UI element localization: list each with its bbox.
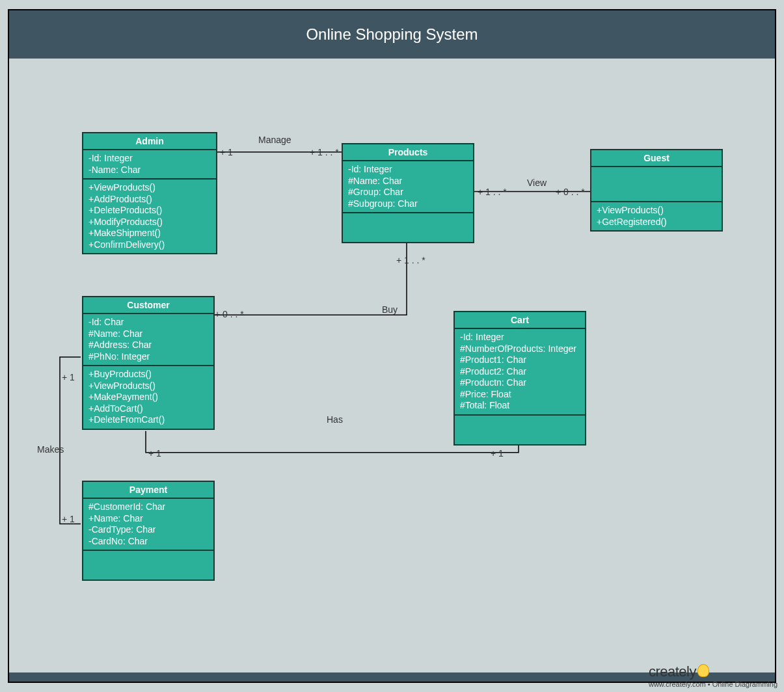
- class-cart: Cart -Id: Integer #NumberOfProducts: Int…: [453, 311, 586, 446]
- class-attr: #PhNo: Integer: [88, 351, 208, 363]
- class-attr: #NumberOfProducts: Integer: [460, 343, 580, 355]
- page: Online Shopping System Admin -Id: Intege…: [0, 0, 784, 692]
- class-guest: Guest +ViewProducts() +GetRegistered(): [590, 149, 723, 232]
- class-operations: [455, 416, 585, 444]
- diagram-frame: Online Shopping System Admin -Id: Intege…: [8, 9, 776, 683]
- class-op: +MakeShipment(): [88, 228, 211, 239]
- mult: + 1: [148, 448, 161, 459]
- class-op: +DeleteProducts(): [88, 205, 211, 217]
- class-attr: -CardType: Char: [88, 524, 208, 536]
- class-op: +DeleteFromCart(): [88, 414, 208, 426]
- class-attributes: -Id: Integer -Name: Char: [83, 150, 216, 180]
- class-op: +AddProducts(): [88, 194, 211, 206]
- creately-logo: creately: [649, 663, 777, 680]
- mult: + 1: [62, 372, 75, 382]
- class-op: +ViewProducts(): [88, 182, 211, 194]
- class-title: Admin: [83, 133, 216, 150]
- class-attr: -Name: Char: [88, 165, 211, 176]
- diagram-canvas: Admin -Id: Integer -Name: Char +ViewProd…: [9, 59, 775, 682]
- label-manage: Manage: [258, 135, 291, 145]
- class-attr: #Name: Char: [88, 328, 208, 340]
- label-has: Has: [327, 414, 343, 425]
- class-op: +BuyProducts(): [88, 369, 208, 380]
- mult: + 1 . . *: [396, 255, 426, 265]
- class-operations: [83, 551, 213, 579]
- title-bar: Online Shopping System: [9, 10, 775, 59]
- footer: creately www.creately.com • Online Diagr…: [649, 663, 777, 688]
- footer-tagline: www.creately.com • Online Diagramming: [649, 680, 777, 688]
- lightbulb-icon: [697, 664, 709, 677]
- class-attr: #Total: Float: [460, 400, 580, 412]
- class-op: +ModifyProducts(): [88, 217, 211, 228]
- mult: + 1: [491, 448, 504, 459]
- class-attr: #Price: Float: [460, 389, 580, 401]
- label-makes: Makes: [37, 444, 64, 455]
- class-operations: +BuyProducts() +ViewProducts() +MakePaym…: [83, 366, 213, 429]
- class-title: Guest: [591, 150, 722, 167]
- class-op: +ViewProducts(): [88, 380, 208, 392]
- class-attr: #Group: Char: [348, 187, 468, 198]
- class-op: +AddToCart(): [88, 403, 208, 415]
- mult: + 1 . . *: [310, 147, 339, 157]
- class-attr: -Id: Integer: [348, 164, 468, 176]
- class-operations: [343, 213, 473, 242]
- class-attr: -Id: Integer: [88, 153, 211, 165]
- class-title: Products: [343, 144, 473, 161]
- diagram-title: Online Shopping System: [306, 25, 478, 44]
- class-attr: #Name: Char: [348, 176, 468, 187]
- class-attr: -Id: Char: [88, 317, 208, 328]
- class-attr: #Productn: Char: [460, 377, 580, 389]
- class-attributes: -Id: Integer #Name: Char #Group: Char #S…: [343, 161, 473, 213]
- class-operations: +ViewProducts() +AddProducts() +DeletePr…: [83, 180, 216, 253]
- mult: + 0 . . *: [556, 187, 585, 197]
- label-view: View: [527, 178, 547, 188]
- class-customer: Customer -Id: Char #Name: Char #Address:…: [82, 296, 215, 430]
- class-attr: #Subgroup: Char: [348, 198, 468, 210]
- class-attr: #Address: Char: [88, 339, 208, 351]
- class-attributes: #CustomerId: Char +Name: Char -CardType:…: [83, 499, 213, 551]
- class-operations: +ViewProducts() +GetRegistered(): [591, 202, 722, 230]
- class-attr: +Name: Char: [88, 513, 208, 525]
- class-attr: #Product2: Char: [460, 366, 580, 378]
- class-attributes: -Id: Char #Name: Char #Address: Char #Ph…: [83, 314, 213, 366]
- class-op: +ViewProducts(): [597, 205, 716, 217]
- class-attributes: -Id: Integer #NumberOfProducts: Integer …: [455, 329, 585, 416]
- class-title: Payment: [83, 482, 213, 499]
- class-op: +MakePayment(): [88, 392, 208, 403]
- class-payment: Payment #CustomerId: Char +Name: Char -C…: [82, 481, 215, 581]
- class-attr: -Id: Integer: [460, 332, 580, 343]
- class-title: Cart: [455, 312, 585, 329]
- mult: + 0 . . *: [215, 309, 244, 319]
- brand-name: creately: [649, 663, 696, 680]
- class-attr: #Product1: Char: [460, 354, 580, 366]
- class-products: Products -Id: Integer #Name: Char #Group…: [342, 143, 474, 243]
- class-admin: Admin -Id: Integer -Name: Char +ViewProd…: [82, 132, 217, 254]
- mult: + 1 . . *: [478, 187, 507, 197]
- mult: + 1: [220, 147, 233, 157]
- class-op: +ConfirmDelivery(): [88, 239, 211, 251]
- class-title: Customer: [83, 297, 213, 314]
- class-attributes: [591, 167, 722, 202]
- label-buy: Buy: [382, 304, 398, 315]
- class-attr: #CustomerId: Char: [88, 501, 208, 513]
- mult: + 1: [62, 514, 75, 524]
- class-attr: -CardNo: Char: [88, 536, 208, 548]
- class-op: +GetRegistered(): [597, 217, 716, 228]
